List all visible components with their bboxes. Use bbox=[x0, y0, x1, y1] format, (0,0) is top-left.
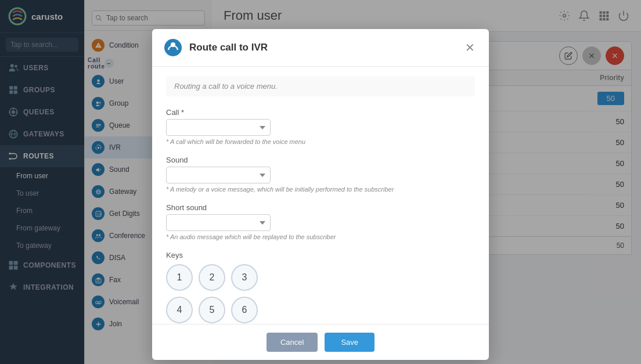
app-content: Condition Call route − User Group Queue bbox=[84, 0, 641, 364]
modal-header: Route call to IVR ✕ bbox=[152, 29, 489, 67]
modal-title: Route call to IVR bbox=[189, 42, 456, 53]
short-sound-form-group: Short sound * An audio message which wil… bbox=[166, 203, 475, 240]
key-4-button[interactable]: 4 bbox=[166, 297, 193, 323]
call-select[interactable] bbox=[166, 119, 271, 136]
key-1-button[interactable]: 1 bbox=[166, 264, 193, 291]
keys-section: Keys 1 2 3 4 5 6 7 8 9 bbox=[166, 251, 475, 324]
short-sound-label: Short sound bbox=[166, 203, 475, 212]
modal-footer: Cancel Save bbox=[152, 324, 489, 360]
modal-overlay: Route call to IVR ✕ Routing a call to a … bbox=[84, 0, 641, 364]
svg-point-63 bbox=[164, 39, 182, 56]
modal-subtitle: Routing a call to a voice menu. bbox=[166, 76, 475, 96]
key-2-button[interactable]: 2 bbox=[199, 264, 225, 291]
modal-close-button[interactable]: ✕ bbox=[463, 41, 477, 55]
key-5-button[interactable]: 5 bbox=[199, 297, 225, 323]
keys-label: Keys bbox=[166, 251, 475, 260]
modal-cancel-button[interactable]: Cancel bbox=[267, 333, 318, 352]
call-form-group: Call * * A call which will be forwarded … bbox=[166, 108, 475, 145]
short-sound-hint: * An audio message which will be replaye… bbox=[166, 233, 475, 240]
sound-form-group: Sound * A melody or a voice message, whi… bbox=[166, 156, 475, 193]
key-6-button[interactable]: 6 bbox=[231, 297, 258, 323]
svg-point-64 bbox=[171, 42, 175, 47]
modal-save-button[interactable]: Save bbox=[325, 333, 374, 352]
sound-label: Sound bbox=[166, 156, 475, 164]
keys-grid: 1 2 3 4 5 6 7 8 9 bbox=[166, 264, 475, 324]
modal-body: Routing a call to a voice menu. Call * *… bbox=[152, 67, 489, 324]
sound-select[interactable] bbox=[166, 167, 271, 183]
route-ivr-modal: Route call to IVR ✕ Routing a call to a … bbox=[152, 29, 489, 360]
call-label: Call * bbox=[166, 108, 475, 117]
short-sound-select[interactable] bbox=[166, 214, 271, 231]
call-hint: * A call which will be forwarded to the … bbox=[166, 138, 475, 145]
sound-hint: * A melody or a voice message, which wil… bbox=[166, 186, 475, 193]
key-3-button[interactable]: 3 bbox=[231, 264, 258, 291]
modal-ivr-icon bbox=[164, 38, 182, 57]
